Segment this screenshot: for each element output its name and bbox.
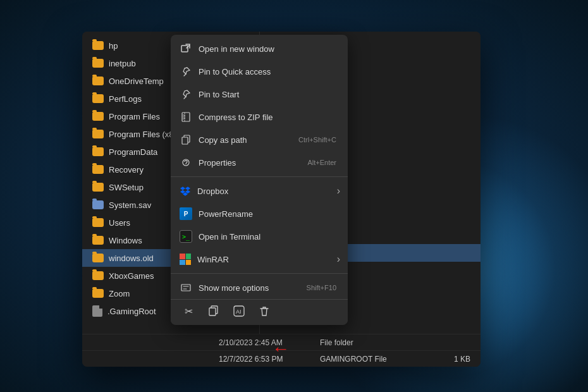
menu-open-new-window[interactable]: Open in new window bbox=[171, 37, 348, 60]
folder-icon bbox=[92, 200, 104, 209]
folder-icon bbox=[92, 77, 104, 85]
menu-dropbox-label: Dropbox bbox=[197, 187, 228, 196]
file-icon bbox=[92, 305, 102, 317]
menu-copy-path-label: Copy as path bbox=[199, 135, 247, 145]
file-name: Zoom bbox=[109, 289, 130, 298]
winrar-icon bbox=[180, 254, 191, 265]
dropbox-icon bbox=[180, 185, 191, 197]
ai-icon[interactable]: AI bbox=[231, 303, 247, 319]
external-link-icon bbox=[180, 42, 192, 55]
folder-icon bbox=[92, 41, 104, 50]
menu-compress-zip[interactable]: Compress to ZIP file bbox=[171, 106, 348, 128]
menu-copy-path[interactable]: Copy as path Ctrl+Shift+C bbox=[171, 128, 348, 151]
folder-icon bbox=[92, 183, 104, 192]
separator-2 bbox=[171, 273, 348, 274]
zoom-date: 2/10/2023 2:45 AM bbox=[219, 338, 320, 347]
folder-icon bbox=[92, 236, 104, 245]
file-name: Windows bbox=[109, 236, 142, 245]
power-rename-icon: P bbox=[180, 207, 192, 220]
menu-open-terminal-label: Open in Terminal bbox=[199, 232, 260, 242]
menu-show-more-label: Show more options bbox=[199, 283, 269, 293]
gaming-size: 1 KB bbox=[432, 355, 470, 364]
file-name: XboxGames bbox=[109, 271, 154, 281]
menu-pin-quick-access[interactable]: Pin to Quick access bbox=[171, 60, 348, 83]
menu-power-rename[interactable]: P PowerRename bbox=[171, 202, 348, 225]
gaming-type: GAMINGROOT File bbox=[320, 355, 432, 364]
menu-icon-strip: ✂ AI bbox=[171, 299, 348, 322]
folder-icon bbox=[92, 271, 104, 280]
cut-icon[interactable]: ✂ bbox=[181, 303, 196, 319]
file-name: OneDriveTemp bbox=[109, 77, 164, 86]
file-name: Users bbox=[109, 218, 130, 228]
svg-rect-0 bbox=[181, 46, 188, 52]
folder-icon bbox=[92, 289, 104, 298]
svg-rect-6 bbox=[181, 285, 190, 291]
folder-icon bbox=[92, 165, 104, 174]
file-name: ProgramData bbox=[109, 147, 157, 157]
terminal-icon: >_ bbox=[180, 230, 192, 243]
file-name: Recovery bbox=[109, 165, 144, 175]
menu-pin-start-label: Pin to Start bbox=[199, 90, 239, 99]
menu-winrar[interactable]: WinRAR bbox=[171, 248, 348, 271]
gaming-date: 12/7/2022 6:53 PM bbox=[219, 355, 320, 364]
file-name: Program Files bbox=[109, 112, 160, 121]
folder-icon bbox=[92, 130, 104, 138]
svg-rect-8 bbox=[209, 308, 216, 315]
file-name: windows.old bbox=[109, 254, 154, 263]
properties-icon bbox=[180, 156, 192, 169]
pin-icon bbox=[180, 65, 192, 78]
menu-show-more-shortcut: Shift+F10 bbox=[307, 284, 339, 291]
svg-text:AI: AI bbox=[236, 309, 242, 315]
menu-copy-path-shortcut: Ctrl+Shift+C bbox=[298, 136, 339, 144]
file-name: hp bbox=[109, 41, 118, 51]
folder-icon bbox=[92, 94, 104, 103]
menu-pin-quick-access-label: Pin to Quick access bbox=[199, 67, 271, 77]
file-name: inetpub bbox=[109, 59, 136, 68]
menu-pin-start[interactable]: Pin to Start bbox=[171, 83, 348, 106]
svg-rect-3 bbox=[182, 137, 188, 144]
copy-icon[interactable] bbox=[206, 303, 221, 319]
file-name: PerfLogs bbox=[109, 94, 142, 104]
folder-icon bbox=[92, 218, 104, 227]
context-menu: Open in new window Pin to Quick access P… bbox=[171, 35, 348, 325]
zoom-type: File folder bbox=[320, 338, 432, 347]
menu-properties-label: Properties bbox=[199, 158, 236, 168]
folder-icon bbox=[92, 112, 104, 121]
delete-icon[interactable] bbox=[257, 303, 272, 319]
menu-open-terminal[interactable]: >_ Open in Terminal bbox=[171, 225, 348, 248]
menu-open-new-window-label: Open in new window bbox=[199, 44, 274, 54]
separator-1 bbox=[171, 176, 348, 177]
file-name: System.sav bbox=[109, 200, 151, 210]
menu-compress-zip-label: Compress to ZIP file bbox=[199, 113, 273, 122]
folder-icon bbox=[92, 254, 104, 262]
folder-icon bbox=[92, 59, 104, 68]
more-options-icon bbox=[180, 281, 192, 294]
red-arrow: ← bbox=[272, 339, 290, 359]
file-name: .GamingRoot bbox=[107, 307, 156, 316]
menu-show-more[interactable]: Show more options Shift+F10 bbox=[171, 276, 348, 299]
file-name: SWSetup bbox=[109, 183, 144, 192]
menu-winrar-label: WinRAR bbox=[197, 255, 229, 264]
copy-path-icon bbox=[180, 133, 192, 146]
pin-start-icon bbox=[180, 88, 192, 101]
svg-point-5 bbox=[185, 165, 186, 166]
menu-properties[interactable]: Properties Alt+Enter bbox=[171, 151, 348, 174]
menu-dropbox[interactable]: Dropbox bbox=[171, 180, 348, 202]
menu-properties-shortcut: Alt+Enter bbox=[307, 159, 339, 166]
menu-power-rename-label: PowerRename bbox=[199, 209, 253, 219]
zip-icon bbox=[180, 111, 192, 123]
folder-icon bbox=[92, 147, 104, 156]
